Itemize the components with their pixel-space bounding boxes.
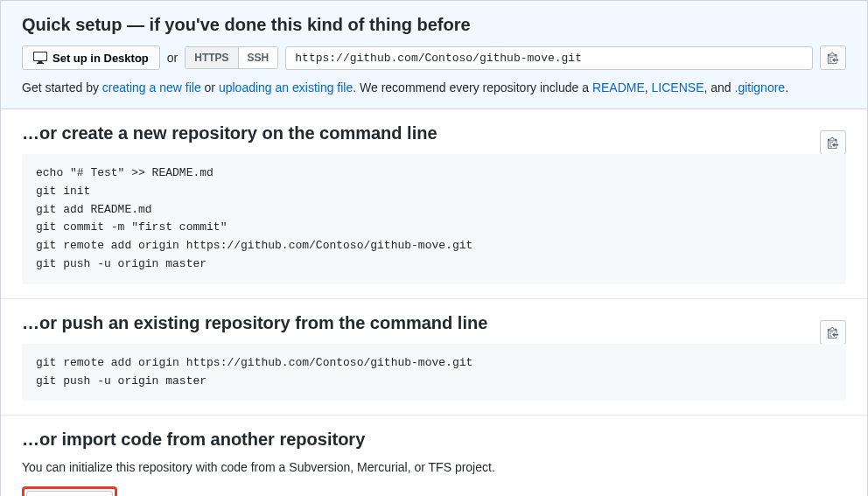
quick-setup-panel: Quick setup — if you've done this kind o…: [1, 1, 867, 109]
create-repo-title: …or create a new repository on the comma…: [22, 123, 846, 143]
or-text: or: [167, 51, 178, 65]
push-repo-section: …or push an existing repository from the…: [1, 299, 867, 416]
copy-create-code-button[interactable]: [820, 130, 846, 155]
clone-url-input[interactable]: [285, 46, 813, 70]
push-repo-title: …or push an existing repository from the…: [22, 313, 846, 333]
push-repo-code: git remote add origin https://github.com…: [22, 344, 846, 402]
setup-row: Set up in Desktop or HTTPS SSH: [22, 45, 846, 70]
import-code-button[interactable]: Import code: [26, 491, 113, 496]
desktop-icon: [33, 51, 47, 65]
import-section: …or import code from another repository …: [1, 416, 867, 496]
gitignore-link[interactable]: .gitignore: [735, 80, 786, 94]
readme-link[interactable]: README: [592, 80, 645, 94]
setup-desktop-button[interactable]: Set up in Desktop: [22, 45, 160, 70]
https-button[interactable]: HTTPS: [186, 47, 237, 68]
clipboard-icon: [827, 52, 839, 64]
license-link[interactable]: LICENSE: [652, 80, 704, 94]
copy-push-code-button[interactable]: [820, 320, 846, 345]
protocol-toggle: HTTPS SSH: [185, 46, 278, 69]
upload-file-link[interactable]: uploading an existing file: [219, 80, 353, 94]
setup-desktop-label: Set up in Desktop: [52, 52, 149, 65]
create-repo-section: …or create a new repository on the comma…: [1, 109, 867, 299]
import-desc: You can initialize this repository with …: [22, 460, 846, 474]
import-highlight: Import code: [22, 486, 117, 496]
create-new-file-link[interactable]: creating a new file: [102, 80, 201, 94]
clipboard-icon: [827, 136, 839, 149]
create-repo-code: echo "# Test" >> README.md git init git …: [22, 154, 846, 284]
ssh-button[interactable]: SSH: [238, 47, 278, 68]
copy-url-button[interactable]: [820, 45, 846, 70]
import-title: …or import code from another repository: [22, 430, 846, 450]
quick-setup-help: Get started by creating a new file or up…: [22, 80, 846, 94]
quick-setup-title: Quick setup — if you've done this kind o…: [22, 15, 846, 35]
clipboard-icon: [827, 326, 839, 339]
